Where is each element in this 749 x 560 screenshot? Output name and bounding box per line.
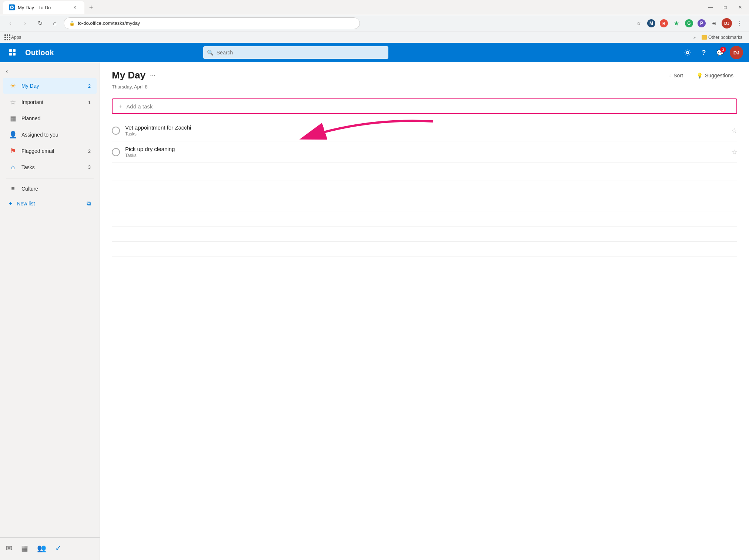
home-button[interactable]: ⌂ xyxy=(49,17,61,29)
menu-button[interactable]: ⋮ xyxy=(734,18,745,28)
app-grid-button[interactable] xyxy=(6,46,19,59)
forward-button[interactable]: › xyxy=(19,17,31,29)
extension-1[interactable]: M xyxy=(646,18,656,28)
content-dividers xyxy=(100,166,749,287)
sort-button[interactable]: ↕ Sort xyxy=(665,70,687,81)
main-area: ‹ ☀ My Day 2 ☆ Important 1 ▦ Planned 👤 A… xyxy=(0,62,749,560)
divider-1 xyxy=(112,181,737,181)
table-row[interactable]: Pick up dry cleaning Tasks ☆ xyxy=(112,141,737,163)
minimize-button[interactable]: — xyxy=(705,1,716,13)
tasks-bottom-icon[interactable]: ✓ xyxy=(55,544,61,553)
user-avatar[interactable]: DJ xyxy=(730,46,743,59)
content-header: My Day ··· ↕ Sort 💡 Suggestions xyxy=(100,62,749,84)
svg-rect-2 xyxy=(13,49,16,52)
sun-icon: ☀ xyxy=(9,82,17,90)
sidebar-item-important[interactable]: ☆ Important 1 xyxy=(3,94,97,110)
extension-3[interactable] xyxy=(671,18,682,28)
browser-titlebar: My Day - To Do × + — □ ✕ xyxy=(0,0,749,15)
tab-favicon xyxy=(9,4,15,10)
apps-link[interactable]: Apps xyxy=(4,34,21,40)
header-actions: ↕ Sort 💡 Suggestions xyxy=(665,70,737,81)
sidebar-bottom: ✉ ▦ 👥 ✓ xyxy=(0,537,100,557)
browser-chrome: My Day - To Do × + — □ ✕ ‹ › ↻ ⌂ 🔒 to-do… xyxy=(0,0,749,43)
extension-5[interactable]: P xyxy=(696,18,707,28)
divider-2 xyxy=(112,196,737,196)
new-list-label: New list xyxy=(17,201,35,207)
sidebar-item-flagged-label: Flagged email xyxy=(21,148,54,154)
search-bar[interactable]: 🔍 xyxy=(203,46,388,59)
search-input[interactable] xyxy=(203,46,388,59)
task-checkbox-1[interactable] xyxy=(112,127,120,135)
add-task-bar[interactable]: + Add a task xyxy=(112,98,737,114)
svg-point-5 xyxy=(686,51,689,54)
tab-close-button[interactable]: × xyxy=(71,4,78,11)
sidebar-item-assigned[interactable]: 👤 Assigned to you xyxy=(3,127,97,142)
sidebar-divider xyxy=(6,178,94,178)
app-name: Outlook xyxy=(25,48,54,57)
extensions-button[interactable]: ⊕ xyxy=(709,18,719,28)
help-button[interactable]: ? xyxy=(697,46,710,59)
extension-2[interactable]: R xyxy=(659,18,669,28)
sidebar-item-tasks-count: 3 xyxy=(88,164,91,170)
task-subtitle-2: Tasks xyxy=(125,153,726,158)
sidebar-item-myday-label: My Day xyxy=(21,83,39,89)
top-navbar: Outlook 🔍 ? 💬 3 DJ xyxy=(0,43,749,62)
sidebar-item-planned-label: Planned xyxy=(21,115,40,121)
more-options-button[interactable]: ··· xyxy=(148,70,157,81)
new-list-button[interactable]: + New list ⧉ xyxy=(3,197,97,211)
sidebar-item-important-label: Important xyxy=(21,99,43,105)
browser-tab[interactable]: My Day - To Do × xyxy=(3,1,84,14)
sidebar-item-flagged[interactable]: ⚑ Flagged email 2 xyxy=(3,143,97,159)
url-text: to-do.office.com/tasks/myday xyxy=(78,20,140,26)
new-list-template-icon: ⧉ xyxy=(87,200,91,207)
reload-button[interactable]: ↻ xyxy=(34,17,46,29)
tab-title: My Day - To Do xyxy=(18,5,51,10)
task-info-1: Vet appointment for Zacchi Tasks xyxy=(125,124,726,137)
folder-icon xyxy=(702,35,707,40)
other-bookmarks[interactable]: Other bookmarks xyxy=(699,34,745,41)
content-area: My Day ··· ↕ Sort 💡 Suggestions Thursday… xyxy=(100,62,749,560)
sidebar-item-important-count: 1 xyxy=(88,100,91,105)
person-icon: 👤 xyxy=(9,131,17,139)
bookmark-button[interactable]: ☆ xyxy=(633,18,644,28)
sort-icon: ↕ xyxy=(669,73,671,78)
sidebar-item-tasks[interactable]: ⌂ Tasks 3 xyxy=(3,160,97,175)
task-checkbox-2[interactable] xyxy=(112,148,120,156)
sidebar-item-tasks-label: Tasks xyxy=(21,164,35,170)
sidebar-item-myday[interactable]: ☀ My Day 2 xyxy=(3,78,97,94)
notifications-button[interactable]: 💬 3 xyxy=(713,46,727,59)
sidebar: ‹ ☀ My Day 2 ☆ Important 1 ▦ Planned 👤 A… xyxy=(0,62,100,560)
navbar-right: ? 💬 3 DJ xyxy=(681,46,743,59)
sidebar-item-flagged-count: 2 xyxy=(88,148,91,154)
task-star-2[interactable]: ☆ xyxy=(731,148,737,156)
task-star-1[interactable]: ☆ xyxy=(731,127,737,135)
tasks-icon: ⌂ xyxy=(9,163,17,171)
task-subtitle-1: Tasks xyxy=(125,131,726,137)
sidebar-back-button[interactable]: ‹ xyxy=(0,65,100,78)
sidebar-item-culture[interactable]: ≡ Culture xyxy=(3,182,97,196)
browser-profile[interactable]: DJ xyxy=(722,18,732,28)
address-bar[interactable]: 🔒 to-do.office.com/tasks/myday xyxy=(64,17,360,29)
bookmarks-label: Other bookmarks xyxy=(708,35,742,40)
close-button[interactable]: ✕ xyxy=(734,1,746,13)
task-title-1: Vet appointment for Zacchi xyxy=(125,124,726,131)
svg-rect-1 xyxy=(9,49,12,52)
star-icon: ☆ xyxy=(9,98,17,106)
restore-button[interactable]: □ xyxy=(719,1,731,13)
sidebar-list-culture-label: Culture xyxy=(21,186,38,192)
people-icon[interactable]: 👥 xyxy=(37,544,46,553)
back-button[interactable]: ‹ xyxy=(4,17,16,29)
suggestions-button[interactable]: 💡 Suggestions xyxy=(693,70,737,81)
bookmarks-bar: Apps » Other bookmarks xyxy=(0,31,749,43)
bookmarks-chevron[interactable]: » xyxy=(693,35,696,40)
table-row[interactable]: Vet appointment for Zacchi Tasks ☆ xyxy=(112,120,737,141)
extension-4[interactable]: G xyxy=(684,18,694,28)
mail-icon[interactable]: ✉ xyxy=(6,544,12,553)
new-tab-button[interactable]: + xyxy=(86,2,96,13)
calendar-bottom-icon[interactable]: ▦ xyxy=(21,544,28,553)
svg-rect-4 xyxy=(13,53,16,56)
suggestions-label: Suggestions xyxy=(705,73,733,78)
sort-label: Sort xyxy=(673,73,683,78)
sidebar-item-planned[interactable]: ▦ Planned xyxy=(3,111,97,126)
settings-button[interactable] xyxy=(681,46,694,59)
